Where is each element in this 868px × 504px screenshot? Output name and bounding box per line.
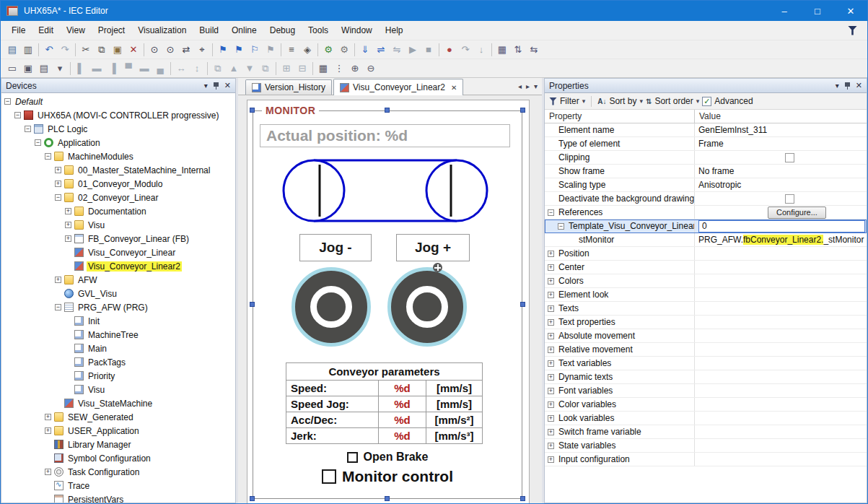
tree-item-01-conveyor-modulo[interactable]: +01_Conveyor_Modulo: [1, 177, 235, 191]
same-width-icon[interactable]: ↔: [173, 61, 189, 77]
property-value[interactable]: [695, 453, 867, 466]
tree-item-plc-logic[interactable]: −PLC Logic: [1, 122, 235, 136]
property-row-type-of-element[interactable]: −Type of elementFrame: [545, 137, 867, 151]
expand-icon[interactable]: +: [548, 264, 554, 271]
property-row-show-frame[interactable]: −Show frameNo frame: [545, 165, 867, 178]
background-settings-icon[interactable]: ▦: [315, 61, 331, 77]
zoom-out-icon[interactable]: ⊖: [363, 61, 379, 77]
tree-item-visu[interactable]: −Visu: [1, 383, 235, 396]
next-bookmark-icon[interactable]: ⚑: [231, 42, 247, 58]
paste-icon[interactable]: ▣: [110, 42, 126, 58]
property-value[interactable]: PRG_AFW.fbConveyor_Linear2._stMonitor: [695, 233, 867, 246]
property-row-clipping[interactable]: −Clipping: [545, 151, 867, 165]
tree-item-visu-statemachine[interactable]: −Visu_StateMachine: [1, 396, 235, 410]
send-backward-icon[interactable]: ▼: [242, 61, 258, 77]
download-icon[interactable]: ⇓: [357, 42, 373, 58]
property-row-references[interactable]: −ReferencesConfigure...: [545, 206, 867, 220]
menu-item-view[interactable]: View: [60, 22, 92, 39]
expand-icon[interactable]: +: [55, 167, 61, 173]
declarations-icon[interactable]: ≡: [284, 42, 299, 58]
online-logout-icon[interactable]: ⇋: [389, 42, 405, 58]
insert-frame-icon[interactable]: ▭: [4, 61, 20, 77]
expand-icon[interactable]: +: [55, 277, 61, 283]
selection-handle[interactable]: [385, 108, 390, 113]
cut-icon[interactable]: ✂: [78, 42, 94, 58]
property-value[interactable]: [695, 192, 867, 205]
property-value[interactable]: [695, 247, 867, 260]
property-value[interactable]: [695, 384, 867, 397]
expand-icon[interactable]: +: [548, 429, 554, 435]
property-row-element-look[interactable]: +Element look: [545, 288, 867, 302]
collapse-icon[interactable]: −: [55, 194, 61, 201]
tree-item-library-manager[interactable]: −Library Manager: [1, 438, 235, 451]
collapse-icon[interactable]: −: [558, 223, 564, 230]
open-brake-checkbox[interactable]: [347, 452, 358, 463]
maximize-button[interactable]: □: [801, 1, 834, 21]
filter-button[interactable]: Filter: [560, 96, 579, 106]
expand-icon[interactable]: +: [548, 251, 554, 257]
monitor-group-box[interactable]: MONITOR Actual position: %d Jog - Jog +: [253, 110, 522, 499]
selection-handle[interactable]: [520, 302, 525, 307]
expand-icon[interactable]: +: [548, 443, 554, 449]
property-row-texts[interactable]: +Texts: [545, 302, 867, 316]
menu-item-debug[interactable]: Debug: [263, 22, 302, 39]
property-row-position[interactable]: +Position: [545, 247, 867, 261]
expand-icon[interactable]: +: [548, 292, 554, 298]
expand-icon[interactable]: +: [45, 469, 51, 475]
property-row-state-variables[interactable]: +State variables: [545, 439, 867, 453]
tree-item-user-application[interactable]: +USER_Application: [1, 424, 235, 438]
expand-icon[interactable]: +: [548, 278, 554, 284]
property-row-dynamic-texts[interactable]: +Dynamic texts: [545, 370, 867, 384]
menu-item-build[interactable]: Build: [193, 22, 225, 39]
toggle-breakpoint-icon[interactable]: ●: [442, 42, 457, 58]
tree-item-main[interactable]: −Main: [1, 342, 235, 355]
collapse-icon[interactable]: −: [55, 304, 61, 310]
elements-dropdown-icon[interactable]: ▾: [52, 61, 68, 77]
monitor-control-checkbox[interactable]: [322, 469, 336, 484]
property-value[interactable]: 0: [695, 220, 867, 233]
jog-knob-left[interactable]: [291, 267, 371, 347]
property-value[interactable]: [695, 151, 867, 164]
element-list-icon[interactable]: ▤: [36, 61, 52, 77]
property-value[interactable]: Frame: [695, 137, 867, 150]
tree-item-fb-conveyor-linear-fb[interactable]: +FB_Conveyor_Linear (FB): [1, 232, 235, 246]
tree-item-02-conveyor-linear[interactable]: −02_Conveyor_Linear: [1, 191, 235, 204]
group-elements-icon[interactable]: ⊞: [279, 61, 294, 77]
property-value[interactable]: [695, 398, 867, 411]
expand-icon[interactable]: +: [548, 401, 554, 408]
menu-item-visualization[interactable]: Visualization: [131, 22, 193, 39]
tree-item-task-configuration[interactable]: +Task Configuration: [1, 465, 235, 479]
tree-item-prg-afw-prg[interactable]: −PRG_AFW (PRG): [1, 300, 235, 314]
sort-list-icon[interactable]: ⇅: [510, 42, 526, 58]
expand-icon[interactable]: +: [548, 333, 554, 339]
align-left-icon[interactable]: ▌: [73, 61, 89, 77]
grid-settings-icon[interactable]: ⋮: [331, 61, 347, 77]
panel-menu-icon[interactable]: ▾: [836, 82, 839, 90]
tree-item-documentation[interactable]: +Documentation: [1, 204, 235, 218]
send-to-back-icon[interactable]: ⧉: [258, 61, 273, 77]
property-row-text-properties[interactable]: +Text properties: [545, 316, 867, 329]
property-checkbox[interactable]: [785, 194, 794, 204]
copy-icon[interactable]: ⧉: [94, 42, 110, 58]
tree-item-visu-conveyor-linear[interactable]: −Visu_Conveyor_Linear: [1, 246, 235, 259]
find-icon[interactable]: ⊙: [146, 42, 162, 58]
tab-version-history[interactable]: Version_History: [245, 79, 332, 95]
expand-icon[interactable]: +: [548, 305, 554, 312]
selection-handle[interactable]: [520, 108, 525, 113]
generate-code-icon[interactable]: ⚙: [336, 42, 352, 58]
chevron-down-icon[interactable]: ▾: [696, 97, 700, 105]
tree-item-afw[interactable]: +AFW: [1, 273, 235, 287]
menu-item-tools[interactable]: Tools: [302, 22, 335, 39]
tree-item-visu-conveyor-linear2[interactable]: −Visu_Conveyor_Linear2: [1, 259, 235, 273]
toggle-bookmark-icon[interactable]: ⚑: [215, 42, 231, 58]
delete-icon[interactable]: ✕: [126, 42, 141, 58]
find-all-icon[interactable]: ⌖: [194, 42, 210, 58]
align-bottom-icon[interactable]: ▄: [152, 61, 168, 77]
property-row-font-variables[interactable]: +Font variables: [545, 384, 867, 398]
menu-item-edit[interactable]: Edit: [32, 22, 60, 39]
tree-item-00-master-statemachine-internal[interactable]: +00_Master_StateMachine_Internal: [1, 163, 235, 177]
tree-item-machinemodules[interactable]: −MachineModules: [1, 149, 235, 163]
expand-icon[interactable]: +: [548, 388, 554, 394]
value-editor[interactable]: 0: [698, 220, 865, 233]
property-value[interactable]: [695, 343, 867, 356]
